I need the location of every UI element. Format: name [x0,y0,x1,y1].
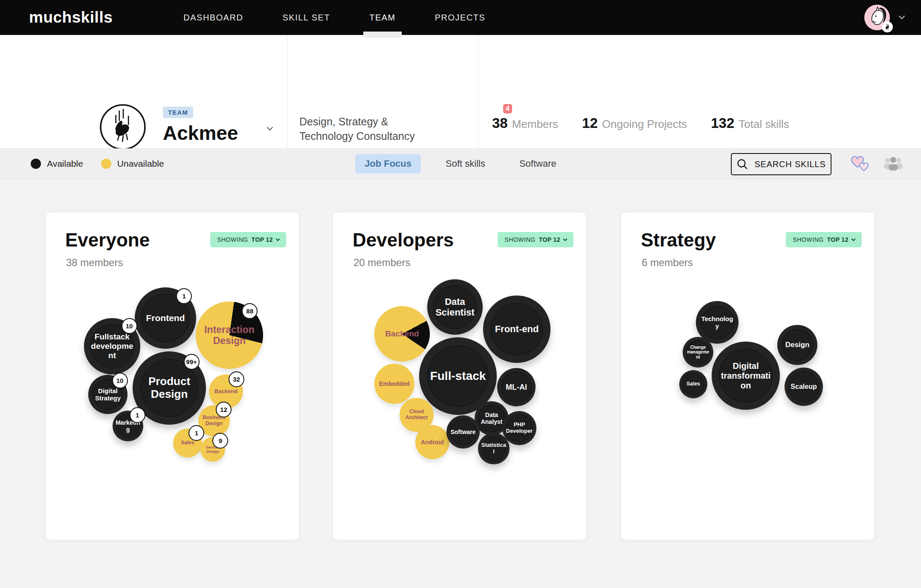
search-icon [736,158,748,170]
nav-item-team[interactable]: TEAM [350,0,415,35]
user-avatar[interactable] [864,4,890,31]
nav-item-label: PROJECTS [435,13,486,23]
bubble-label: Sales [679,381,707,387]
availability-legend: AvailableUnavailable [31,149,164,179]
bubble-digital-strategy[interactable]: Digital Strategy10 [88,375,127,414]
team-type-badge: TEAM [163,107,193,118]
stat-value: 132 [711,115,734,131]
bubble-change-management[interactable]: Change management [683,337,713,368]
notification-badge: 4 [503,104,512,113]
showing-label: SHOWING [504,236,536,243]
showing-top-dropdown[interactable]: SHOWINGTOP 12 [210,232,286,247]
bubble-label: Embedded [374,380,414,387]
showing-top-dropdown[interactable]: SHOWINGTOP 12 [786,232,862,247]
top-n-label: TOP 12 [539,236,560,243]
bubble-sales[interactable]: Sales1 [173,429,202,458]
stat-members: 438Members [492,115,558,131]
bubble-front-end[interactable]: Front-end [483,295,550,363]
team-members-icon[interactable] [883,156,904,171]
card-member-count: 6 members [642,257,693,269]
top-n-label: TOP 12 [827,236,849,243]
group-card-strategy: TechnologyChange managementDesignDigital… [621,212,875,540]
team-description: Design, Strategy & Technology Consultanc… [299,114,432,143]
bubble-count-badge: 1 [188,425,204,441]
stat-value: 12 [582,115,598,131]
bubble-frontend[interactable]: Frontend1 [135,287,196,349]
bubble-label: Software [446,429,480,435]
bubble-label: Sales [173,440,202,446]
tab-job-focus[interactable]: Job Focus [355,154,421,174]
team-header: TEAM Ackmee Gothenburg Design, Strategy … [0,35,921,148]
bubble-label: Interaction Design [196,324,263,347]
bubble-label: Product Design [133,375,206,401]
team-logo-fly-icon[interactable] [99,103,147,151]
tab-software[interactable]: Software [510,154,566,174]
card-title: Everyone [65,229,150,251]
bubble-label: Scaleup [785,383,823,391]
bubble-marketing[interactable]: Marketing1 [113,411,143,441]
bubble-design[interactable]: Design [777,325,817,365]
top-n-label: TOP 12 [252,236,273,243]
active-nav-underline [363,32,402,38]
stat-label: Members [512,118,558,131]
showing-label: SHOWING [793,236,824,243]
card-member-count: 38 members [66,257,123,269]
bubble-scaleup[interactable]: Scaleup [785,368,823,406]
search-skills-button[interactable]: SEARCH SKILLS [731,153,831,175]
chevron-down-icon [851,237,856,241]
team-stats: 438Members12Ongoing Projects132Total ski… [492,115,789,131]
nav-item-dashboard[interactable]: DASHBOARD [164,0,263,35]
bubble-label: Full-stack [419,369,497,383]
legend-available: Available [31,159,83,169]
bubble-statistical[interactable]: Statistical [478,433,510,464]
bubble-count-badge: 32 [229,371,244,387]
bubble-label: Digital transformation [712,361,780,391]
bubble-ml-ai[interactable]: ML-AI [497,368,536,406]
bubble-count-badge: 99+ [184,354,200,370]
bubble-count-badge: 1 [130,407,145,423]
bubble-data-scientist[interactable]: Data Scientist [427,279,483,335]
team-switcher-chevron-icon[interactable] [267,125,273,130]
bubble-count-badge: 1 [176,288,192,304]
bubble-digital-transformation[interactable]: Digital transformation [712,342,780,410]
card-title: Strategy [641,229,716,251]
bubble-embedded[interactable]: Embedded [374,364,414,404]
showing-top-dropdown[interactable]: SHOWINGTOP 12 [498,232,573,247]
nav-item-skill-set[interactable]: SKILL SET [263,0,350,35]
team-name: Ackmee [163,122,238,145]
group-card-developers: Data ScientistFront-endBackendFull-stack… [333,212,587,540]
showing-label: SHOWING [217,236,248,243]
bubble-service-design[interactable]: Service Design9 [200,437,225,462]
brand-logo[interactable]: muchskills [29,9,113,26]
bubble-backend[interactable]: Backend [374,306,430,362]
tab-soft-skills[interactable]: Soft skills [436,154,495,174]
bubble-label: Android [415,439,449,446]
stat-value: 38 [492,115,508,131]
bubble-label: PHP Developer [502,422,536,434]
nav-item-projects[interactable]: PROJECTS [415,0,505,35]
bubble-android[interactable]: Android [415,425,449,459]
header-divider [478,35,478,148]
bubble-interaction-design[interactable]: Interaction Design88 [196,301,263,369]
bubble-label: Technology [696,315,739,330]
card-member-count: 20 members [353,257,410,269]
avatar-team-badge [882,21,893,32]
legend-unavailable: Unavailable [101,159,164,169]
chevron-down-icon[interactable] [899,13,905,19]
search-button-label: SEARCH SKILLS [754,159,825,169]
bubble-fullstack-development[interactable]: Fullstack development10 [84,318,140,374]
favorites-hearts-icon[interactable] [851,156,870,172]
legend-label: Unavailable [117,159,164,169]
bubble-sales[interactable]: Sales [679,370,707,398]
bubble-label: Fullstack development [84,332,140,360]
bubble-label: Frontend [135,313,196,323]
bubble-label: Backend [209,388,243,395]
bubble-label: Cloud Architect [400,409,434,421]
legend-label: Available [47,159,83,169]
bubble-label: Design [777,341,817,349]
group-card-everyone: Frontend1Interaction Design88Fullstack d… [45,212,299,540]
bubble-label: ML-AI [497,383,536,392]
nav-item-label: DASHBOARD [183,13,243,23]
bubble-label: Data Scientist [427,296,483,318]
nav-item-label: SKILL SET [282,13,330,23]
